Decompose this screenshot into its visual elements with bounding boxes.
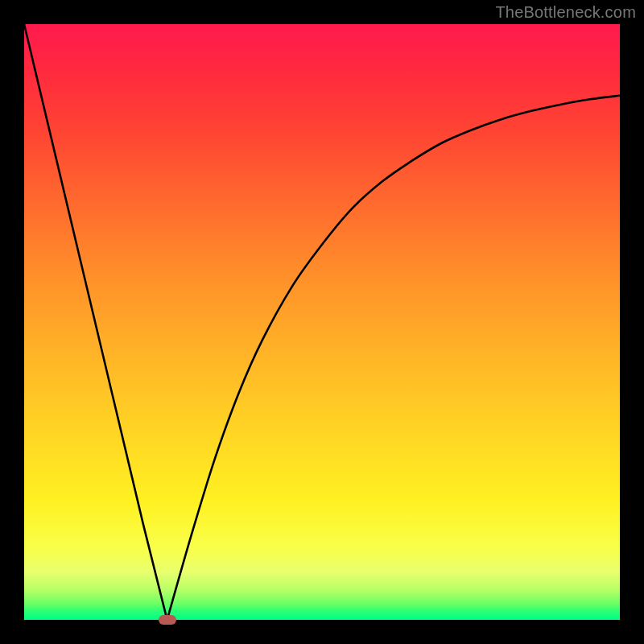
bottleneck-curve-path	[24, 24, 620, 620]
chart-frame: TheBottleneck.com	[0, 0, 644, 644]
minimum-marker	[159, 615, 176, 625]
curve-svg	[24, 24, 620, 620]
watermark-text: TheBottleneck.com	[495, 3, 636, 22]
plot-area	[24, 24, 620, 620]
